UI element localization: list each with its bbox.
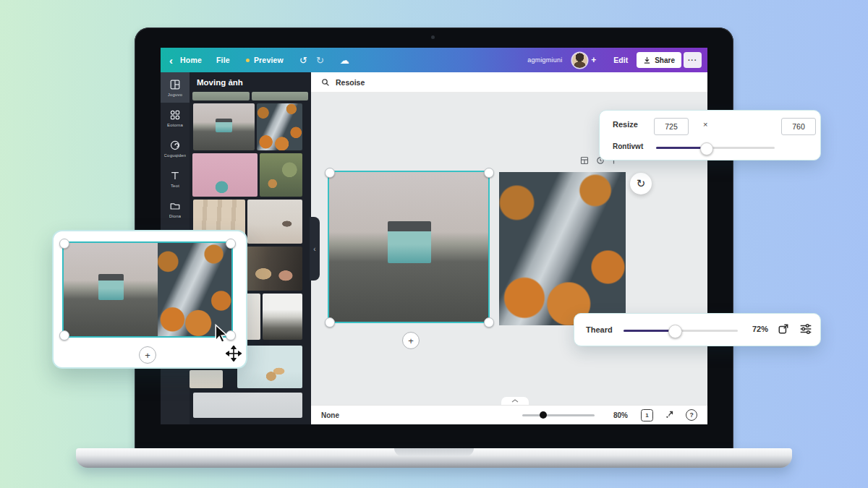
canvas-toolbar-label[interactable]: Resoise [336,78,365,87]
cloud-save-icon: ☁ [340,56,349,65]
move-handle-icon[interactable] [226,346,242,364]
chevron-left-icon: ‹ [313,245,315,253]
edit-button[interactable]: Edit [613,56,628,64]
fullscreen-icon[interactable] [665,410,674,421]
download-icon [643,56,651,64]
photo-thumb-van[interactable] [193,103,255,150]
menu-preview[interactable]: Preview [246,56,284,64]
resize-slider-fill [656,147,706,149]
threshold-slider-fill [624,330,674,332]
menu-preview-label: Preview [254,56,284,64]
back-chevron-icon[interactable]: ‹ [169,55,173,66]
photo-thumb-food[interactable] [257,103,302,150]
photo-thumb[interactable] [260,153,302,197]
sidebar-item-text[interactable]: Teot [161,163,190,194]
resize-slider-label: Rontivwt [613,142,643,150]
top-menu-bar: ‹ Home File Preview ↺ ↻ ☁ agmigmiuni + E… [161,48,707,72]
panel-collapse-tab[interactable]: ‹ [310,217,320,281]
username-label: agmigmiuni [527,56,562,64]
photo-thumb[interactable] [263,294,302,340]
resize-handle-se[interactable] [484,317,494,328]
share-button-label: Share [655,56,675,64]
background-none-label[interactable]: None [321,411,339,419]
height-input[interactable] [781,118,816,135]
photo-thumb[interactable] [192,92,250,100]
elements-icon [169,109,181,121]
expand-icon[interactable] [778,323,789,338]
zoom-slider-handle[interactable] [540,411,547,419]
undo-icon[interactable]: ↺ [299,56,307,65]
canvas-toolbar: Resoise [311,72,707,93]
mouse-cursor-icon [214,324,231,346]
avatar[interactable] [572,53,587,68]
sidebar-item-label: Coguqiden [164,153,187,158]
menu-home[interactable]: Home [180,56,202,64]
selection-frame[interactable] [64,243,231,336]
sidebar-item-folder[interactable]: Diona [161,194,190,224]
more-options-button[interactable]: ··· [684,52,702,68]
width-input[interactable] [654,118,689,135]
resize-popup-title: Resize [613,120,638,129]
resize-handle-nw[interactable] [59,239,69,249]
page-indicator[interactable]: 1 [641,409,653,421]
panel-title: Moving ảnh [197,78,243,87]
share-button[interactable]: Share [637,52,681,68]
card-photo-food[interactable] [158,243,231,336]
sidebar-item-label: Eotoma [167,123,183,127]
photo-thumb[interactable] [190,370,223,388]
add-page-button[interactable]: + [139,346,156,364]
sidebar-item-elements[interactable]: Eotoma [161,103,190,133]
threshold-slider[interactable] [624,330,738,332]
canvas-photo-food[interactable] [499,172,626,325]
threshold-slider-handle[interactable] [668,325,682,338]
chevron-up-icon [511,399,519,403]
refresh-button[interactable]: ↻ [630,173,652,194]
search-icon[interactable] [321,78,330,87]
threshold-label: Theard [586,325,613,334]
adjustments-icon[interactable] [799,323,812,338]
help-button[interactable]: ? [686,409,697,421]
resize-handle-ne[interactable] [484,168,494,178]
preview-status-dot-icon [246,59,250,62]
plus-icon: + [145,350,150,361]
status-bar: None 80% 1 ? [311,405,707,424]
sidebar-item-uploads[interactable]: Coguqiden [161,133,190,163]
laptop-base-notch [394,448,474,456]
add-page-button[interactable]: + [402,332,420,349]
photo-thumb[interactable] [247,200,302,244]
plus-icon: + [408,335,414,346]
refresh-icon: ↻ [637,177,646,190]
sidebar-item-label: Diona [169,214,182,218]
photo-thumb[interactable] [252,92,308,100]
table-icon[interactable] [580,156,589,165]
card-photo-van[interactable] [64,243,158,336]
sidebar-item-label: Teot [171,184,179,188]
resize-handle-nw[interactable] [325,168,335,178]
canvas-photo-van[interactable] [329,172,488,322]
bottom-panel-tab[interactable] [501,397,529,405]
photo-thumb[interactable] [193,393,302,418]
resize-slider-handle[interactable] [700,142,713,155]
photo-thumb[interactable] [247,247,302,291]
threshold-popup: Theard 72% [574,313,821,346]
desktop-background: ‹ Home File Preview ↺ ↻ ☁ agmigmiuni + E… [0,0,868,488]
menu-file[interactable]: File [216,56,230,64]
templates-icon [169,79,181,90]
resize-handle-sw[interactable] [325,317,335,328]
redo-icon[interactable]: ↻ [316,56,324,65]
floating-preview-card[interactable]: + [52,230,247,369]
zoom-slider[interactable] [522,414,595,416]
resize-slider[interactable] [656,147,775,149]
sidebar-item-label: Joguvo [168,93,183,97]
photo-thumb[interactable] [192,153,258,197]
add-member-button[interactable]: + [591,55,596,65]
resize-handle-sw[interactable] [59,330,69,341]
sidebar-item-templates[interactable]: Joguvo [161,72,190,103]
text-icon [169,170,181,181]
laptop-base [76,448,792,468]
folder-icon [169,200,181,212]
resize-popup: Resize × Rontivwt [599,110,821,160]
zoom-value: 80% [613,411,628,419]
times-icon: × [703,120,707,129]
resize-handle-ne[interactable] [226,239,236,249]
